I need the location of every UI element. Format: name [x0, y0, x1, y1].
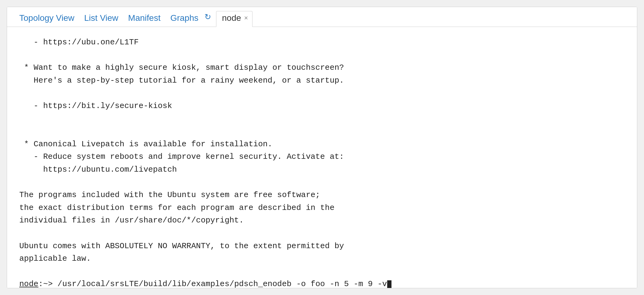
- main-window: Topology View List View Manifest Graphs …: [7, 7, 637, 288]
- prompt-command: /usr/local/srsLTE/build/lib/examples/pds…: [58, 278, 387, 288]
- tab-topology-view[interactable]: Topology View: [14, 11, 79, 27]
- terminal-output[interactable]: - https://ubu.one/L1TF * Want to make a …: [7, 27, 637, 288]
- terminal-line-10: https://ubuntu.com/livepatch: [19, 165, 177, 174]
- terminal-line-7: [19, 127, 24, 136]
- terminal-line-16: Ubuntu comes with ABSOLUTELY NO WARRANTY…: [19, 241, 344, 251]
- terminal-line-13: the exact distribution terms for each pr…: [19, 203, 335, 212]
- tab-node-active[interactable]: node ×: [216, 11, 253, 27]
- refresh-icon[interactable]: ↻: [204, 12, 211, 25]
- terminal-line-4: [19, 88, 24, 98]
- terminal-line-12: The programs included with the Ubuntu sy…: [19, 190, 320, 200]
- terminal-line-18: [19, 267, 24, 276]
- terminal-line-3: Here's a step-by-step tutorial for a rai…: [19, 76, 344, 85]
- prompt-line: node:~> /usr/local/srsLTE/build/lib/exam…: [19, 278, 625, 288]
- terminal-line-0: - https://ubu.one/L1TF: [19, 38, 139, 47]
- terminal-line-2: * Want to make a highly secure kiosk, sm…: [19, 63, 344, 72]
- content-area: - https://ubu.one/L1TF * Want to make a …: [7, 27, 637, 288]
- tab-close-icon[interactable]: ×: [244, 15, 248, 21]
- tab-list-view[interactable]: List View: [79, 11, 123, 27]
- terminal-line-11: [19, 178, 24, 187]
- cursor-block: [387, 280, 391, 288]
- tab-graphs[interactable]: Graphs: [165, 11, 203, 27]
- terminal-line-9: - Reduce system reboots and improve kern…: [19, 152, 344, 161]
- terminal-line-14: individual files in /usr/share/doc/*/cop…: [19, 216, 244, 225]
- terminal-line-1: [19, 50, 24, 60]
- terminal-line-6: [19, 114, 24, 123]
- terminal-line-15: [19, 229, 24, 238]
- terminal-line-8: * Canonical Livepatch is available for i…: [19, 140, 272, 149]
- tab-manifest[interactable]: Manifest: [123, 11, 166, 27]
- tab-bar: Topology View List View Manifest Graphs …: [7, 7, 637, 27]
- terminal-line-5: - https://bit.ly/secure-kiosk: [19, 101, 172, 110]
- terminal-line-17: applicable law.: [19, 254, 91, 263]
- prompt-node: node: [19, 278, 38, 288]
- prompt-separator: :~>: [38, 278, 57, 288]
- active-tab-label: node: [222, 13, 241, 23]
